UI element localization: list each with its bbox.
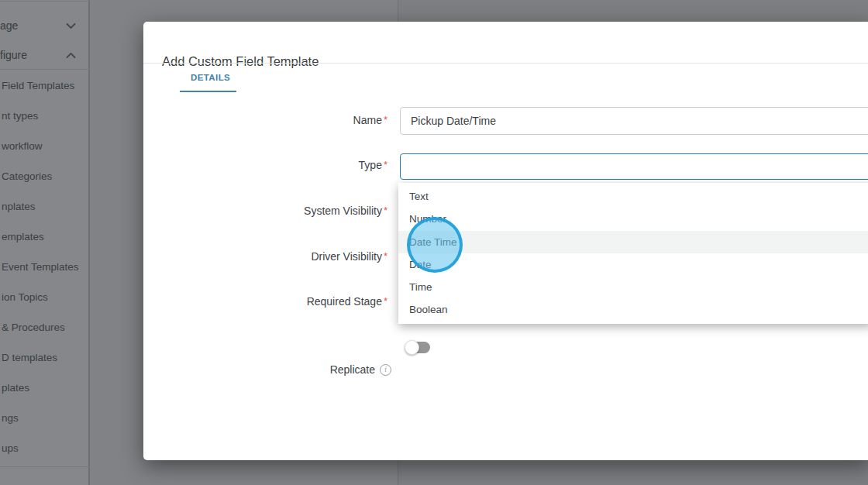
type-field-label: Type* <box>205 159 388 171</box>
required-asterisk: * <box>384 250 388 262</box>
sidebar-bottom-divider <box>0 466 90 467</box>
tab-details-label: DETAILS <box>191 73 230 82</box>
required-asterisk: * <box>384 114 388 126</box>
sidebar-nav: age figure Field Templates nt types work… <box>0 0 90 485</box>
sidebar-group-label: figure <box>0 49 27 61</box>
sidebar-group-age[interactable]: age <box>0 17 90 34</box>
sidebar-item-event-templates[interactable]: Event Templates <box>0 260 88 275</box>
dropdown-option-number[interactable]: Number <box>398 208 868 230</box>
driver-visibility-label: Driver Visibility* <box>205 250 388 263</box>
sidebar-item-ups[interactable]: ups <box>0 441 88 456</box>
screen: age figure Field Templates nt types work… <box>0 0 868 485</box>
replicate-toggle[interactable] <box>406 342 430 353</box>
system-visibility-label: System Visibility* <box>205 205 388 217</box>
dropdown-option-time[interactable]: Time <box>398 276 868 298</box>
type-dropdown-menu: Text Number Date Time Date Time Boolean <box>398 183 868 324</box>
sidebar-item-nt-types[interactable]: nt types <box>0 108 88 124</box>
sidebar-section-divider <box>0 69 90 70</box>
name-input[interactable] <box>400 107 868 135</box>
required-asterisk: * <box>384 295 388 307</box>
sidebar-item-d-templates[interactable]: D templates <box>0 350 88 366</box>
dropdown-option-text[interactable]: Text <box>398 185 868 208</box>
sidebar-item-emplates[interactable]: emplates <box>0 229 88 245</box>
sidebar-item-plates[interactable]: plates <box>0 380 88 396</box>
modal-title: Add Custom Field Template <box>162 54 319 69</box>
chevron-down-icon <box>66 22 76 29</box>
sidebar-item-ngs[interactable]: ngs <box>0 411 88 426</box>
replicate-label: Replicate <box>330 363 375 376</box>
required-asterisk: * <box>384 205 388 216</box>
sidebar-group-label: age <box>0 19 18 32</box>
chevron-up-icon <box>66 52 76 59</box>
type-select[interactable] <box>400 153 868 180</box>
name-field-label: Name* <box>205 114 388 126</box>
sidebar-top-divider <box>0 1 90 2</box>
dropdown-option-boolean[interactable]: Boolean <box>398 298 868 321</box>
sidebar-item-field-templates[interactable]: Field Templates <box>0 78 88 94</box>
required-stage-label: Required Stage* <box>205 295 388 308</box>
replicate-toggle-knob <box>405 340 419 355</box>
tab-active-underline <box>180 91 236 93</box>
sidebar-item-procedures[interactable]: & Procedures <box>0 320 88 335</box>
modal-header-divider <box>143 63 868 64</box>
required-asterisk: * <box>384 159 388 170</box>
sidebar-item-ion-topics[interactable]: ion Topics <box>0 290 88 305</box>
tab-details[interactable]: DETAILS <box>180 68 236 92</box>
dropdown-option-date-time[interactable]: Date Time <box>398 231 868 253</box>
sidebar-item-categories[interactable]: Categories <box>0 169 88 184</box>
sidebar-item-workflow[interactable]: workflow <box>0 139 88 154</box>
replicate-row: Replicate i <box>205 363 391 377</box>
dropdown-option-date[interactable]: Date <box>398 253 868 276</box>
info-icon[interactable]: i <box>380 364 391 376</box>
sidebar-group-figure[interactable]: figure <box>0 46 90 64</box>
sidebar-item-nplates[interactable]: nplates <box>0 199 88 215</box>
